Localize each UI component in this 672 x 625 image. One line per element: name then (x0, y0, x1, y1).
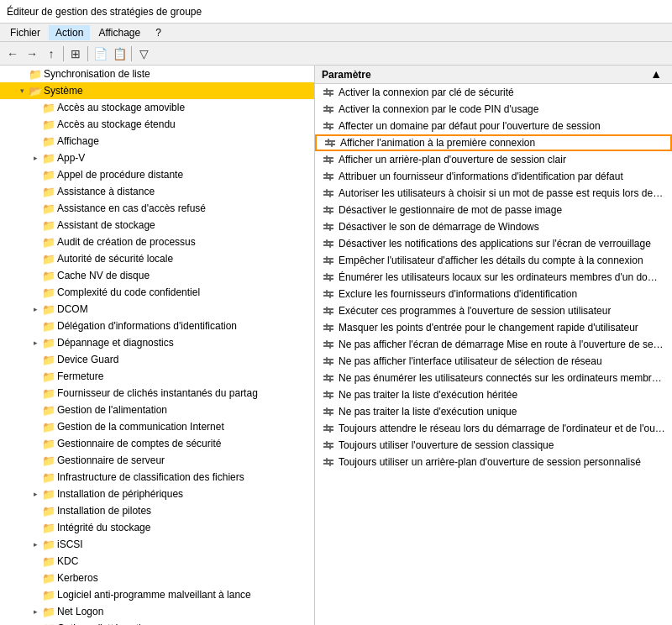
param-item-p23[interactable]: Toujours utiliser un arrière-plan d'ouve… (315, 454, 672, 470)
param-item-p13[interactable]: Exclure les fournisseurs d'informations … (315, 286, 672, 302)
param-label-p16: Ne pas afficher l'écran de démarrage Mis… (339, 339, 665, 350)
tree-item-assistance-distance[interactable]: Assistance à distance (0, 183, 314, 200)
menu-item-fichier[interactable]: Fichier (3, 25, 47, 40)
tree-item-acces-stockage-amovible[interactable]: Accès au stockage amovible (0, 99, 314, 116)
tree-item-sync[interactable]: Synchronisation de liste (0, 66, 314, 82)
svg-rect-42 (326, 256, 328, 261)
tree-label-infrastructure-classification: Infrastructure de classification des fic… (57, 471, 244, 483)
param-item-p11[interactable]: Empêcher l'utilisateur d'afficher les dé… (315, 252, 672, 269)
param-item-p20[interactable]: Ne pas traiter la liste d'exécution uniq… (315, 403, 672, 420)
toolbar-btn-new[interactable]: 📄 (91, 45, 109, 63)
tree-item-options-attenuation[interactable]: Options d'atténuation (0, 620, 314, 625)
param-item-p3[interactable]: Affecter un domaine par défaut pour l'ou… (315, 118, 672, 134)
tree-item-gestion-communication[interactable]: Gestion de la communication Internet (0, 418, 314, 435)
folder-closed-icon (42, 101, 55, 114)
tree-item-installation-peripheriques[interactable]: ▸Installation de périphériques (0, 486, 314, 502)
tree-expander-assistance-distance (29, 185, 42, 198)
tree-item-kdc[interactable]: KDC (0, 553, 314, 570)
tree-item-kerberos[interactable]: Kerberos (0, 570, 314, 586)
param-item-p21[interactable]: Toujours attendre le réseau lors du déma… (315, 420, 672, 437)
tree-item-delegation[interactable]: Délégation d'informations d'identificati… (0, 318, 314, 334)
tree-expander-net-logon[interactable]: ▸ (29, 605, 42, 618)
tree-item-integrite-stockage[interactable]: Intégrité du stockage (0, 519, 314, 536)
tree-pane[interactable]: Synchronisation de liste▾SystèmeAccès au… (0, 66, 315, 625)
toolbar-btn-show-hide[interactable]: ⊞ (66, 45, 85, 63)
tree-item-autorite-securite[interactable]: Autorité de sécurité locale (0, 250, 314, 267)
param-item-p6[interactable]: Attribuer un fournisseur d'informations … (315, 168, 672, 185)
toolbar-btn-up[interactable]: ↑ (42, 45, 60, 63)
svg-rect-87 (329, 444, 331, 449)
tree-expander-systeme[interactable]: ▾ (15, 84, 29, 97)
tree-item-appv[interactable]: ▸App-V (0, 150, 314, 166)
param-item-p22[interactable]: Toujours utiliser l'ouverture de session… (315, 437, 672, 454)
param-item-p10[interactable]: Désactiver les notifications des applica… (315, 235, 672, 252)
tree-expander-installation-peripheriques[interactable]: ▸ (29, 487, 42, 501)
svg-rect-44 (323, 275, 333, 276)
tree-expander-depannage[interactable]: ▸ (29, 336, 42, 349)
params-sort-arrow[interactable]: ▲ (650, 67, 662, 81)
param-item-p15[interactable]: Masquer les points d'entrée pour le chan… (315, 319, 672, 336)
tree-item-iscsi[interactable]: ▸iSCSI (0, 536, 314, 553)
tree-item-audit-creation[interactable]: Audit de création de processus (0, 234, 314, 250)
svg-rect-12 (325, 140, 335, 142)
param-item-p17[interactable]: Ne pas afficher l'interface utilisateur … (315, 353, 672, 370)
svg-rect-89 (323, 463, 333, 465)
svg-rect-82 (326, 424, 328, 429)
tree-item-gestionnaire-serveur[interactable]: Gestionnaire de serveur (0, 452, 314, 469)
param-item-p12[interactable]: Énumérer les utilisateurs locaux sur les… (315, 269, 672, 286)
params-header-label: Paramètre (322, 69, 371, 81)
param-setting-icon (322, 338, 335, 351)
folder-closed-icon (42, 252, 55, 265)
param-item-p5[interactable]: Afficher un arrière-plan d'ouverture de … (315, 151, 672, 168)
param-item-p9[interactable]: Désactiver le son de démarrage de Window… (315, 218, 672, 235)
tree-expander-assistance-acces-refuse (29, 202, 42, 215)
toolbar-btn-forward[interactable]: → (23, 45, 41, 63)
params-pane[interactable]: Paramètre ▲ Activer la connexion par clé… (315, 66, 672, 625)
param-item-p1[interactable]: Activer la connexion par clé de sécurité (315, 84, 672, 101)
param-item-p18[interactable]: Ne pas énumérer les utilisateurs connect… (315, 370, 672, 386)
tree-item-device-guard[interactable]: Device Guard (0, 351, 314, 368)
tree-item-infrastructure-classification[interactable]: Infrastructure de classification des fic… (0, 469, 314, 486)
toolbar-btn-back[interactable]: ← (3, 45, 22, 63)
param-item-p7[interactable]: Autoriser les utilisateurs à choisir si … (315, 185, 672, 202)
tree-item-complexite-code[interactable]: Complexité du code confidentiel (0, 284, 314, 301)
tree-item-fournisseur-cliches[interactable]: Fournisseur de clichés instantanés du pa… (0, 385, 314, 402)
tree-item-dcom[interactable]: ▸DCOM (0, 301, 314, 318)
param-setting-icon (322, 203, 335, 217)
tree-item-cache-nv[interactable]: Cache NV de disque (0, 267, 314, 284)
svg-rect-24 (323, 191, 333, 192)
tree-item-net-logon[interactable]: ▸Net Logon (0, 603, 314, 620)
param-item-p4[interactable]: Afficher l'animation à la première conne… (315, 134, 672, 151)
param-item-p19[interactable]: Ne pas traiter la liste d'exécution héri… (315, 386, 672, 403)
svg-rect-19 (329, 159, 331, 164)
tree-item-gestion-alimentation[interactable]: Gestion de l'alimentation (0, 402, 314, 418)
param-item-p2[interactable]: Activer la connexion par le code PIN d'u… (315, 101, 672, 118)
tree-item-logiciel-anti[interactable]: Logiciel anti-programme malveillant à la… (0, 586, 314, 603)
tree-item-installation-pilotes[interactable]: Installation de pilotes (0, 502, 314, 519)
tree-expander-appv[interactable]: ▸ (29, 151, 42, 165)
tree-label-dcom: DCOM (57, 303, 88, 315)
param-item-p16[interactable]: Ne pas afficher l'écran de démarrage Mis… (315, 336, 672, 353)
tree-item-affichage[interactable]: Affichage (0, 133, 314, 150)
toolbar-btn-properties[interactable]: 📋 (110, 45, 129, 63)
tree-item-assistant-stockage[interactable]: Assistant de stockage (0, 217, 314, 234)
tree-expander-gestionnaire-serveur (29, 454, 42, 467)
tree-item-depannage[interactable]: ▸Dépannage et diagnostics (0, 334, 314, 351)
param-item-p14[interactable]: Exécuter ces programmes à l'ouverture de… (315, 302, 672, 319)
tree-expander-dcom[interactable]: ▸ (29, 302, 42, 316)
toolbar-btn-filter[interactable]: ▽ (134, 45, 153, 63)
tree-item-systeme[interactable]: ▾Système (0, 82, 314, 99)
tree-item-acces-stockage-etendu[interactable]: Accès au stockage étendu (0, 116, 314, 133)
param-item-p8[interactable]: Désactiver le gestionnaire de mot de pas… (315, 202, 672, 218)
tree-item-fermeture[interactable]: Fermeture (0, 368, 314, 385)
tree-item-assistance-acces-refuse[interactable]: Assistance en cas d'accès refusé (0, 200, 314, 217)
menu-item-action[interactable]: Action (49, 25, 90, 40)
svg-rect-47 (329, 276, 331, 281)
menu-item-affichage[interactable]: Affichage (92, 25, 147, 40)
svg-rect-16 (323, 157, 333, 159)
tree-item-gestionnaire-comptes[interactable]: Gestionnaire de comptes de sécurité (0, 435, 314, 452)
tree-item-appel-procedure[interactable]: Appel de procédure distante (0, 166, 314, 183)
tree-expander-iscsi[interactable]: ▸ (29, 538, 42, 551)
param-label-p8: Désactiver le gestionnaire de mot de pas… (339, 204, 562, 216)
menu-item-aide[interactable]: ? (149, 25, 168, 40)
